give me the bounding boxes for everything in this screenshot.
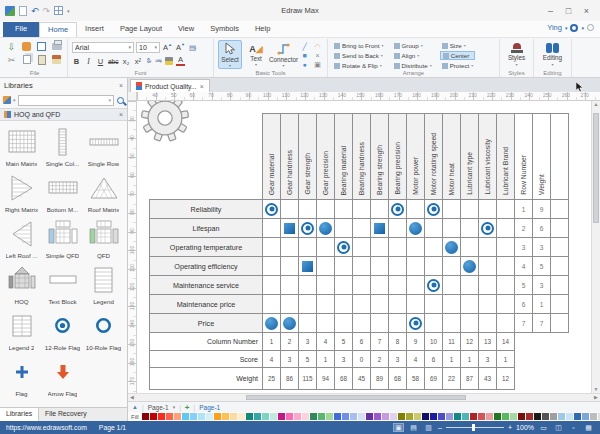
matrix-column-header-bearing-hardness[interactable]: Bearing hardness bbox=[353, 114, 371, 200]
fill-swatch[interactable] bbox=[166, 413, 173, 420]
matrix-cell[interactable] bbox=[353, 200, 371, 219]
text-tool-button[interactable]: A◢ Text▾ bbox=[244, 40, 268, 69]
menu-tab-view[interactable]: View bbox=[170, 22, 202, 37]
matrix-cell[interactable] bbox=[371, 314, 389, 333]
arrange-group[interactable]: Group▾ bbox=[392, 41, 434, 50]
zoom-slider[interactable] bbox=[446, 427, 504, 428]
fill-swatch[interactable] bbox=[462, 413, 469, 420]
library-section-close-icon[interactable]: × bbox=[119, 111, 123, 118]
fill-swatch[interactable] bbox=[190, 413, 197, 420]
zoom-level[interactable]: 100% bbox=[516, 424, 534, 431]
fill-swatch[interactable] bbox=[390, 413, 397, 420]
matrix-cell[interactable] bbox=[317, 276, 335, 295]
qat-caret-icon[interactable]: ▾ bbox=[67, 8, 70, 14]
matrix-cell[interactable] bbox=[407, 200, 425, 219]
matrix-cell[interactable] bbox=[371, 238, 389, 257]
fill-swatch[interactable] bbox=[198, 413, 205, 420]
matrix-cell[interactable] bbox=[263, 314, 281, 333]
matrix-cell[interactable] bbox=[371, 219, 389, 238]
mark-square-icon[interactable] bbox=[284, 223, 295, 234]
matrix-header-weight[interactable]: Weight bbox=[533, 114, 551, 200]
fill-swatch[interactable] bbox=[542, 413, 549, 420]
mark-ring-icon[interactable] bbox=[427, 203, 440, 216]
matrix-cell[interactable] bbox=[281, 219, 299, 238]
matrix-cell[interactable] bbox=[461, 238, 479, 257]
fill-swatch[interactable] bbox=[454, 413, 461, 420]
matrix-cell[interactable] bbox=[299, 295, 317, 314]
matrix-cell[interactable] bbox=[299, 238, 317, 257]
export-icon[interactable] bbox=[22, 42, 31, 51]
fill-swatch[interactable] bbox=[550, 413, 557, 420]
mark-dot-icon[interactable] bbox=[445, 241, 458, 254]
fill-swatch[interactable] bbox=[438, 413, 445, 420]
mark-dot-icon[interactable] bbox=[409, 222, 422, 235]
menu-tab-page-layout[interactable]: Page Layout bbox=[112, 22, 170, 37]
matrix-cell[interactable] bbox=[335, 200, 353, 219]
matrix-cell[interactable] bbox=[353, 314, 371, 333]
matrix-cell[interactable] bbox=[497, 257, 515, 276]
matrix-row-label[interactable]: Lifespan bbox=[150, 219, 263, 238]
matrix-cell[interactable] bbox=[497, 200, 515, 219]
fill-swatch[interactable] bbox=[318, 413, 325, 420]
matrix-row-label[interactable]: Maintenance price bbox=[150, 295, 263, 314]
fill-swatch[interactable] bbox=[366, 413, 373, 420]
matrix-cell[interactable] bbox=[461, 276, 479, 295]
matrix-cell[interactable] bbox=[335, 257, 353, 276]
fill-swatch[interactable] bbox=[342, 413, 349, 420]
fill-swatch[interactable] bbox=[590, 413, 597, 420]
format-painter-icon[interactable] bbox=[52, 55, 61, 64]
fill-swatch[interactable] bbox=[270, 413, 277, 420]
matrix-cell[interactable] bbox=[371, 295, 389, 314]
matrix-column-header-motor-power[interactable]: Motor power bbox=[407, 114, 425, 200]
fill-swatch[interactable] bbox=[494, 413, 501, 420]
matrix-cell[interactable] bbox=[443, 200, 461, 219]
menu-tab-home[interactable]: Home bbox=[39, 22, 77, 37]
matrix-cell[interactable] bbox=[389, 295, 407, 314]
matrix-cell[interactable] bbox=[317, 219, 335, 238]
matrix-column-header-gear-precision[interactable]: Gear precision bbox=[317, 114, 335, 200]
fill-swatch[interactable] bbox=[582, 413, 589, 420]
matrix-cell[interactable] bbox=[371, 257, 389, 276]
shape-bottom-m[interactable]: Bottom M... bbox=[42, 169, 83, 215]
matrix-column-header-lubricant-viscosity[interactable]: Lubricant viscosity bbox=[479, 114, 497, 200]
matrix-column-header-motor-heat[interactable]: Motor heat bbox=[443, 114, 461, 200]
line-tool-icon[interactable]: ╱ bbox=[299, 42, 310, 51]
matrix-cell[interactable] bbox=[407, 257, 425, 276]
fill-swatch[interactable] bbox=[246, 413, 253, 420]
highlight-icon[interactable] bbox=[165, 57, 173, 65]
fill-swatch[interactable] bbox=[238, 413, 245, 420]
matrix-column-header-bearing-material[interactable]: Bearing material bbox=[335, 114, 353, 200]
fill-swatch[interactable] bbox=[286, 413, 293, 420]
fit-width-icon[interactable]: ◫ bbox=[553, 423, 564, 432]
fill-swatch[interactable] bbox=[510, 413, 517, 420]
fill-swatch[interactable] bbox=[334, 413, 341, 420]
library-picker-icon[interactable] bbox=[3, 96, 11, 104]
matrix-cell[interactable] bbox=[263, 200, 281, 219]
matrix-cell[interactable] bbox=[479, 314, 497, 333]
matrix-column-header-gear-hardness[interactable]: Gear hardness bbox=[281, 114, 299, 200]
view-normal-icon[interactable]: ▣ bbox=[393, 423, 404, 432]
fill-swatch[interactable] bbox=[254, 413, 261, 420]
tab-libraries[interactable]: Libraries bbox=[0, 408, 39, 421]
maximize-button[interactable]: □ bbox=[560, 4, 577, 18]
matrix-cell[interactable] bbox=[479, 257, 497, 276]
shape-hoq[interactable]: HOQ bbox=[1, 261, 42, 307]
print-icon[interactable] bbox=[52, 43, 62, 50]
fill-swatch[interactable] bbox=[574, 413, 581, 420]
qfd-matrix[interactable]: Gear materialGear hardnessGear strengthG… bbox=[149, 113, 569, 390]
matrix-cell[interactable] bbox=[281, 200, 299, 219]
fill-swatch[interactable] bbox=[414, 413, 421, 420]
vertical-scrollbar[interactable]: ▲ ▼ bbox=[591, 101, 600, 393]
matrix-cell[interactable] bbox=[263, 276, 281, 295]
arrange-center[interactable]: Center bbox=[440, 51, 476, 60]
mark-square-icon[interactable] bbox=[374, 223, 385, 234]
fill-swatch[interactable] bbox=[558, 413, 565, 420]
matrix-cell[interactable] bbox=[443, 219, 461, 238]
matrix-cell[interactable] bbox=[425, 200, 443, 219]
shape-qfd[interactable]: QFD bbox=[83, 215, 124, 261]
matrix-cell[interactable] bbox=[335, 276, 353, 295]
tab-file-recovery[interactable]: File Recovery bbox=[39, 408, 93, 421]
matrix-cell[interactable] bbox=[263, 257, 281, 276]
matrix-cell[interactable] bbox=[371, 200, 389, 219]
mark-dot-icon[interactable] bbox=[319, 222, 332, 235]
